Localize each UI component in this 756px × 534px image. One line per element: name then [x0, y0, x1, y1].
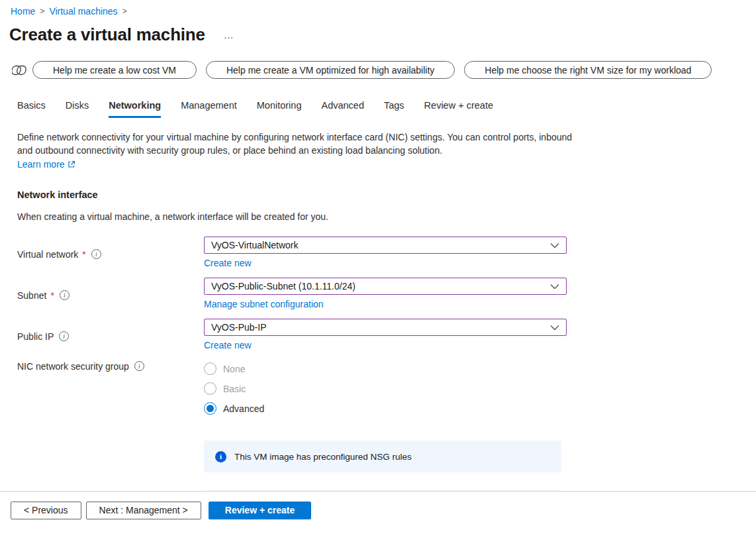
- chevron-down-icon: [550, 242, 559, 248]
- radio-button-icon: [204, 382, 216, 395]
- tab-tags[interactable]: Tags: [384, 100, 404, 118]
- tab-description: Define network connectivity for your vir…: [17, 131, 575, 157]
- learn-more-label: Learn more: [17, 159, 65, 170]
- info-icon[interactable]: i: [59, 331, 69, 341]
- tab-review-create[interactable]: Review + create: [424, 100, 493, 118]
- info-icon[interactable]: i: [134, 361, 144, 371]
- breadcrumb-separator: >: [122, 7, 127, 16]
- wizard-tabs: Basics Disks Networking Management Monit…: [17, 100, 756, 118]
- public-ip-dropdown[interactable]: VyOS-Pub-IP: [204, 319, 567, 336]
- review-create-button[interactable]: Review + create: [209, 502, 311, 519]
- virtual-network-control: VyOS-VirtualNetwork Create new: [204, 237, 567, 268]
- copilot-help-row: Help me create a low cost VM Help me cre…: [12, 61, 756, 79]
- subnet-value: VyOS-Public-Subnet (10.1.11.0/24): [211, 281, 355, 292]
- chevron-down-icon: [550, 325, 559, 331]
- nsg-advanced-label: Advanced: [223, 403, 264, 414]
- nsg-radio-basic[interactable]: Basic: [204, 382, 567, 395]
- learn-more-link[interactable]: Learn more: [17, 159, 75, 170]
- nsg-radio-none[interactable]: None: [204, 362, 567, 375]
- previous-button[interactable]: < Previous: [11, 502, 81, 519]
- virtual-network-value: VyOS-VirtualNetwork: [211, 240, 298, 250]
- help-high-availability-button[interactable]: Help me create a VM optimized for high a…: [206, 61, 455, 79]
- wizard-footer: < Previous Next : Management > Review + …: [0, 491, 756, 534]
- subnet-control: VyOS-Public-Subnet (10.1.11.0/24) Manage…: [204, 278, 567, 309]
- virtual-network-create-new-link[interactable]: Create new: [204, 258, 252, 268]
- breadcrumb-virtual-machines[interactable]: Virtual machines: [49, 6, 117, 17]
- nsg-radio-advanced[interactable]: Advanced: [204, 402, 567, 415]
- tab-monitoring[interactable]: Monitoring: [257, 100, 302, 118]
- subnet-dropdown[interactable]: VyOS-Public-Subnet (10.1.11.0/24): [204, 278, 567, 295]
- tab-advanced[interactable]: Advanced: [321, 100, 364, 118]
- section-description: When creating a virtual machine, a netwo…: [17, 211, 756, 222]
- virtual-network-label-group: Virtual network * i: [17, 237, 204, 268]
- subnet-row: Subnet * i VyOS-Public-Subnet (10.1.11.0…: [17, 278, 756, 309]
- subnet-label-group: Subnet * i: [17, 278, 204, 309]
- tab-disks[interactable]: Disks: [66, 100, 89, 118]
- page-title: Create a virtual machine: [9, 25, 205, 45]
- info-filled-icon: i: [215, 451, 226, 462]
- info-icon[interactable]: i: [60, 290, 70, 300]
- chevron-down-icon: [550, 284, 559, 290]
- nic-nsg-label: NIC network security group: [17, 361, 129, 372]
- nsg-none-label: None: [223, 364, 245, 374]
- nic-nsg-label-group: NIC network security group i: [17, 360, 204, 422]
- next-management-button[interactable]: Next : Management >: [86, 502, 201, 519]
- virtual-network-row: Virtual network * i VyOS-VirtualNetwork …: [17, 237, 756, 268]
- required-marker: *: [50, 290, 54, 301]
- public-ip-create-new-link[interactable]: Create new: [204, 340, 252, 350]
- more-menu-icon[interactable]: …: [224, 29, 234, 40]
- public-ip-control: VyOS-Pub-IP Create new: [204, 319, 567, 350]
- public-ip-value: VyOS-Pub-IP: [211, 322, 267, 333]
- public-ip-label: Public IP: [17, 331, 54, 342]
- tab-management[interactable]: Management: [181, 100, 237, 118]
- nsg-basic-label: Basic: [223, 384, 246, 394]
- breadcrumb-separator: >: [40, 7, 44, 16]
- info-icon[interactable]: i: [91, 249, 101, 259]
- help-low-cost-vm-button[interactable]: Help me create a low cost VM: [32, 61, 197, 79]
- nsg-info-banner: i This VM image has preconfigured NSG ru…: [204, 441, 561, 472]
- breadcrumb-home[interactable]: Home: [11, 6, 35, 17]
- public-ip-label-group: Public IP i: [17, 319, 204, 350]
- manage-subnet-configuration-link[interactable]: Manage subnet configuration: [204, 299, 324, 309]
- subnet-label: Subnet: [17, 290, 46, 301]
- nsg-info-banner-text: This VM image has preconfigured NSG rule…: [234, 452, 412, 462]
- nic-nsg-radio-group: None Basic Advanced: [204, 360, 567, 422]
- required-marker: *: [82, 249, 85, 260]
- nic-nsg-row: NIC network security group i None Basic …: [17, 360, 756, 422]
- breadcrumb: Home > Virtual machines >: [0, 0, 756, 17]
- title-row: Create a virtual machine …: [9, 25, 756, 45]
- section-heading-network-interface: Network interface: [17, 189, 756, 200]
- networking-form: Virtual network * i VyOS-VirtualNetwork …: [0, 237, 756, 422]
- help-vm-size-button[interactable]: Help me choose the right VM size for my …: [464, 61, 712, 79]
- virtual-network-label: Virtual network: [17, 249, 78, 260]
- virtual-network-dropdown[interactable]: VyOS-VirtualNetwork: [204, 237, 567, 254]
- public-ip-row: Public IP i VyOS-Pub-IP Create new: [17, 319, 756, 350]
- external-link-icon: [68, 160, 75, 168]
- radio-button-icon: [204, 362, 216, 375]
- copilot-icon: [12, 63, 28, 78]
- tab-basics[interactable]: Basics: [17, 100, 46, 118]
- tab-networking[interactable]: Networking: [109, 100, 161, 118]
- radio-button-selected-icon: [204, 402, 216, 415]
